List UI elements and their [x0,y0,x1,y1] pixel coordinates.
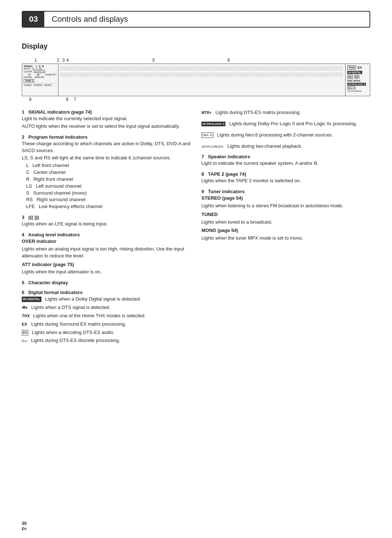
item5-title: 5 Character display [22,280,191,285]
item-2chplayback: 2ch PLAYBACK Lights during two-channel p… [201,143,370,150]
disc-mtrx-row: DISC MTRX [347,80,368,82]
diagram-bottom-numbers: 9 8 7 [22,97,370,102]
diagram-num-3: 3 [62,58,65,63]
item6-digital-badge: 00 DIGITAL [22,297,41,302]
item6-es-badge: ES [22,330,28,335]
2ch-playback-label: 2ch PLAYBACK [347,90,362,92]
overatt-label: OVER ATT [45,73,57,76]
ab-label: AB [37,73,40,76]
item4-title: 4 Analog level indicators [22,232,191,237]
section-number: 03 [23,12,44,27]
prologic-badge: 00 PROLOGIC II [347,83,366,86]
item2-sub-RS: RS Right surround channel [26,196,191,203]
item-digital-format: 6 Digital format indicators 00 DIGITAL L… [22,290,191,344]
item-signal-indicators: 1 SIGNAL indicators (page 74) Light to i… [22,109,191,130]
auto-row: AUTO LS S RS [24,68,57,70]
prologic-row: 00 PROLOGIC II Lights during Dolby Pro L… [201,121,370,127]
neo6-inline-badge: Neo :6 [201,133,213,138]
diagram-num-6: 6 [227,58,230,63]
item6-thx-badge: THX [22,314,30,318]
item8-title: 8 TAPE 2 (page 74) [201,171,370,177]
signal-row: SIGNAL L G R [24,65,57,68]
right-column: MTR× Lights during DTS-ES matrix process… [201,109,370,349]
diagram-top-numbers: 1 2 3 4 5 6 [22,58,370,63]
sp-label: SP [28,73,31,76]
item6-ex: EX Lights during Surround EX matrix proc… [22,321,191,328]
digital-filled-badge: 00 DIGITAL [347,71,362,74]
item-tape2: 8 TAPE 2 (page 74) Lights when the TAPE … [201,171,370,184]
item-neo6: Neo :6 Lights during Neo:6 processing wi… [201,132,370,139]
neo6-row: Neo :6 Lights during Neo:6 processing wi… [201,132,370,139]
diagram-num-4: 4 [66,58,69,63]
item7-line1: Light to indicate the current speaker sy… [201,160,370,167]
item-character-display: 5 Character display [22,280,191,285]
mtrx-row: MTR× Lights during DTS-ES matrix process… [201,109,370,116]
item6-title: 6 Digital format indicators [22,290,191,295]
header-bar: 03 Controls and displays [22,11,370,28]
dts-icon: dts [347,75,353,79]
section-title: Controls and displays [44,12,135,27]
display-diagram: 1 2 3 4 5 6 SIGNAL L G R AUTO LS S RS ● … [22,58,370,102]
item2-sub-LS: LS Left surround channel [26,183,191,190]
prologic-row: 00 PROLOGIC II [347,83,368,86]
item9-title: 9 Tuner indicators [201,189,370,194]
ex-badge: EX [358,66,362,69]
lfe-label: ((( LFE ))) [34,70,45,73]
item6-dts-icon: 𝗱𝘁𝘀 [22,305,27,310]
es-badge: ES [354,75,360,78]
prologic-inline-badge: 00 PROLOGIC II [201,122,225,127]
dot-row: ● 00 RF ((( LFE ))) [24,70,57,73]
char-row-2 [60,71,343,77]
tuner-row: TUNED STEREO MONO [24,83,57,86]
item2-sub-S: S Surround channel (mono) [26,190,191,197]
disc-mtrx-label: DISC MTRX [347,80,360,82]
tuned-label-diag: TUNED [24,84,32,86]
thx-ex-row: THX EX [347,65,368,70]
page-lang: En [22,527,26,531]
item-prologic: 00 PROLOGIC II Lights during Dolby Pro L… [201,121,370,127]
diagram-num-1: 1 [34,58,37,63]
item9-tuned-title: TUNED [201,211,370,218]
char-display [59,65,344,78]
item6-es: ES Lights when a decoding DTS-ES audio. [22,329,191,336]
dts-text: 𝗱𝘁𝘀 [22,305,27,310]
item4-over-line1: Lights when an analog input signal is to… [22,246,191,260]
thx-badge: THX [347,65,356,70]
display-right-panel: THX EX 00 DIGITAL dts ES DISC MTRX 00 PR… [345,64,370,96]
char-row-1 [60,66,343,71]
item-program-format: 2 Program format indicators These change… [22,134,191,210]
item9-tuned-line: Lights when tuned to a broadcast. [201,219,370,226]
diagram-num-5: 5 [152,58,155,63]
item9-stereo-title: STEREO (page 54) [201,195,370,202]
signal-label: SIGNAL [24,65,33,68]
content-area: 1 SIGNAL indicators (page 74) Light to i… [22,109,370,349]
left-column: 1 SIGNAL indicators (page 74) Light to i… [22,109,191,349]
diagram-num-2: 2 [57,58,60,63]
neo6-badge: Neo :6 [347,86,355,89]
display-left-panel: SIGNAL L G R AUTO LS S RS ● 00 RF ((( LF… [22,64,58,96]
item-tuner-indicators: 9 Tuner indicators STEREO (page 54) Ligh… [201,189,370,242]
page-footer: 30 En [22,521,26,531]
display-main-area [58,64,345,96]
item1-title: 1 SIGNAL indicators (page 74) [22,109,191,115]
diagram-num-7: 7 [74,97,76,102]
dts-es-row: dts ES [347,75,368,79]
item6-dts: 𝗱𝘁𝘀 Lights when a DTS signal is detected… [22,304,191,311]
char-display-dots-bottom [60,73,343,77]
item1-line2: AUTO lights when the receiver is set to … [22,123,191,130]
item-analog-level: 4 Analog level indicators OVER indicator… [22,232,191,276]
display-panel: SIGNAL L G R AUTO LS S RS ● 00 RF ((( LF… [22,64,370,96]
2chplayback-row: 2ch PLAYBACK Lights during two-channel p… [201,143,370,150]
item6-ex-badge: EX [22,322,27,326]
item7-title: 7 Speaker indicators [201,154,370,159]
item4-over-title: OVER indicator [22,238,191,245]
item3-line1: Lights when an LFE signal is being input… [22,221,191,228]
diagram-num-8: 8 [66,97,69,102]
dot-00rf: ● 00 RF [24,70,32,73]
tape2-label: TAPE 2 [24,79,34,82]
item2-sub-L: L Left front channel [26,162,191,169]
item2-sub-LFE: LFE Low frequency effects channel [26,203,191,210]
sp-ab-overatt: SP AB OVER ATT [24,73,57,76]
item9-stereo-line: Lights when listening to a stereo FM bro… [201,203,370,209]
item9-mono-line: Lights when the tuner MPX mode is set to… [201,235,370,242]
